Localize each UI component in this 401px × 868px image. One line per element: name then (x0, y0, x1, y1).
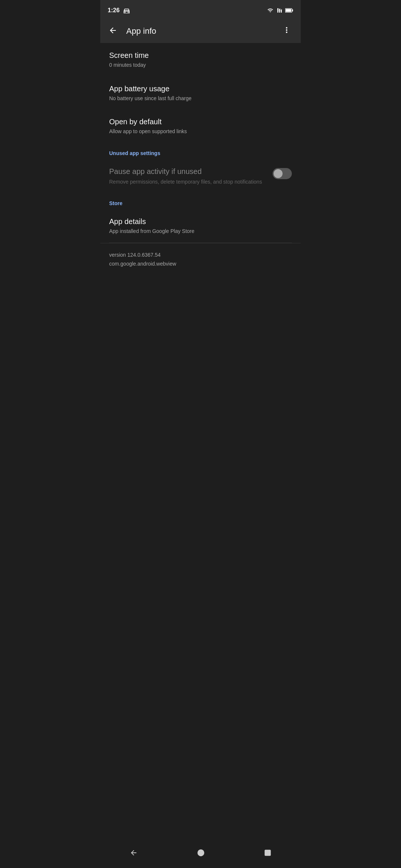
app-details-title: App details (109, 217, 292, 226)
battery-usage-item[interactable]: App battery usage No battery use since l… (100, 76, 301, 110)
package-name: com.google.android.webview (109, 260, 292, 269)
nav-back-button[interactable] (121, 846, 147, 860)
svg-rect-4 (281, 10, 282, 13)
svg-rect-6 (292, 9, 293, 11)
status-bar: 1:26 (100, 0, 301, 19)
back-nav-icon (130, 849, 138, 857)
store-header: Store (100, 193, 301, 209)
version-number: version 124.0.6367.54 (109, 251, 292, 260)
battery-usage-subtitle: No battery use since last full charge (109, 95, 292, 102)
signal-icon (276, 7, 283, 13)
back-button[interactable] (107, 24, 119, 38)
toggle-knob (274, 169, 283, 178)
pause-app-activity-item[interactable]: Pause app activity if unused Remove perm… (100, 159, 301, 193)
open-by-default-subtitle: Allow app to open supported links (109, 128, 292, 135)
content-area: Screen time 0 minutes today App battery … (100, 43, 301, 841)
screen-time-subtitle: 0 minutes today (109, 62, 292, 69)
battery-usage-title: App battery usage (109, 84, 292, 93)
svg-rect-9 (265, 850, 270, 856)
svg-point-8 (198, 849, 204, 856)
toolbar: App info (100, 19, 301, 43)
svg-rect-3 (279, 9, 280, 13)
svg-point-1 (128, 12, 129, 13)
svg-rect-2 (277, 8, 278, 13)
wifi-icon (267, 7, 274, 13)
version-section: version 124.0.6367.54 com.google.android… (100, 243, 301, 276)
status-time: 1:26 (108, 7, 131, 14)
car-icon (123, 7, 131, 13)
recents-nav-icon (264, 849, 271, 857)
open-by-default-item[interactable]: Open by default Allow app to open suppor… (100, 109, 301, 143)
pause-app-toggle[interactable] (273, 168, 292, 179)
svg-rect-7 (286, 9, 291, 12)
more-vert-icon (282, 26, 291, 34)
app-details-subtitle: App installed from Google Play Store (109, 228, 292, 235)
screen-time-title: Screen time (109, 50, 292, 60)
nav-recents-button[interactable] (255, 846, 280, 859)
nav-home-button[interactable] (188, 846, 214, 860)
screen-time-item[interactable]: Screen time 0 minutes today (100, 43, 301, 76)
app-details-item[interactable]: App details App installed from Google Pl… (100, 209, 301, 243)
time-display: 1:26 (108, 7, 120, 14)
toggle-subtitle: Remove permissions, delete temporary fil… (109, 178, 267, 186)
page-title: App info (126, 26, 156, 36)
back-arrow-icon (108, 26, 117, 35)
navigation-bar (100, 841, 301, 868)
battery-icon (285, 8, 293, 13)
overflow-menu-button[interactable] (279, 24, 294, 38)
status-icons (267, 7, 293, 13)
toggle-title: Pause app activity if unused (109, 167, 267, 176)
toggle-text-container: Pause app activity if unused Remove perm… (109, 167, 273, 186)
home-nav-icon (197, 849, 205, 857)
svg-point-0 (125, 12, 126, 13)
open-by-default-title: Open by default (109, 117, 292, 126)
unused-app-settings-header: Unused app settings (100, 143, 301, 159)
